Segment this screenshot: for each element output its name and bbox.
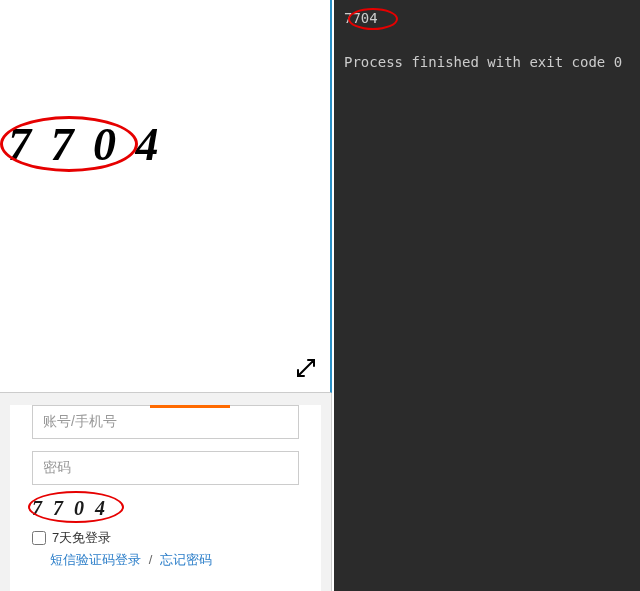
console-panel: 7704 Process finished with exit code 0 bbox=[334, 0, 640, 591]
forgot-password-link[interactable]: 忘记密码 bbox=[160, 552, 212, 567]
console-output-value: 7704 bbox=[344, 8, 630, 28]
link-separator: / bbox=[149, 552, 153, 567]
console-output-block: 7704 bbox=[344, 8, 630, 28]
active-tab-indicator bbox=[150, 405, 230, 408]
image-preview-panel: 7 7 0 4 bbox=[0, 0, 332, 393]
account-input[interactable]: 账号/手机号 bbox=[32, 405, 299, 439]
console-exit-line: Process finished with exit code 0 bbox=[344, 52, 630, 72]
remember-row: 7天免登录 bbox=[32, 529, 299, 547]
console-blank-line bbox=[344, 30, 630, 50]
remember-checkbox[interactable] bbox=[32, 531, 46, 545]
account-placeholder-text: 账号/手机号 bbox=[43, 413, 117, 431]
aux-links: 短信验证码登录 / 忘记密码 bbox=[50, 551, 299, 569]
password-input[interactable]: 密码 bbox=[32, 451, 299, 485]
password-placeholder-text: 密码 bbox=[43, 459, 71, 477]
captcha-image-row: 7 7 0 4 bbox=[32, 493, 299, 523]
login-form-area: 账号/手机号 密码 7 7 0 4 7天免登录 短信验证码登录 / 忘记密码 bbox=[0, 393, 332, 591]
sms-login-link[interactable]: 短信验证码登录 bbox=[50, 552, 141, 567]
captcha-small-text: 7 7 0 4 bbox=[32, 497, 108, 520]
remember-label: 7天免登录 bbox=[52, 529, 111, 547]
resize-handle-icon[interactable] bbox=[294, 356, 318, 380]
login-form-card: 账号/手机号 密码 7 7 0 4 7天免登录 短信验证码登录 / 忘记密码 bbox=[10, 405, 321, 591]
captcha-large-text: 7 7 0 4 bbox=[8, 118, 163, 171]
